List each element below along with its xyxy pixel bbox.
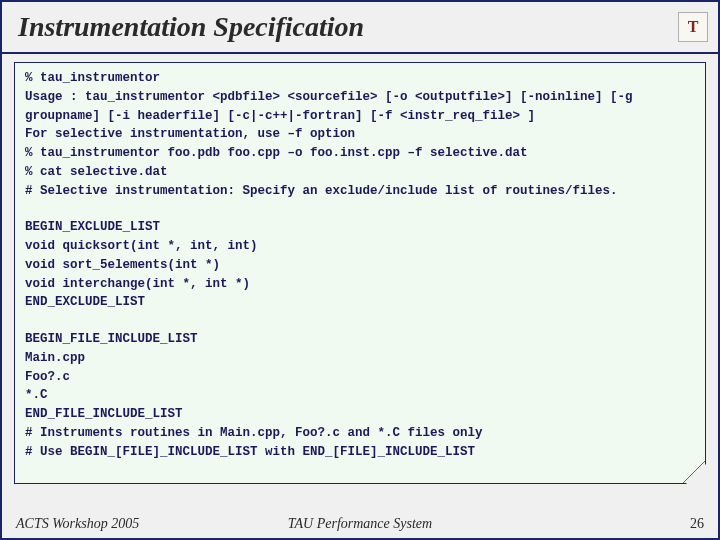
code-line: void quicksort(int *, int, int) xyxy=(25,237,695,256)
footer: ACTS Workshop 2005 TAU Performance Syste… xyxy=(16,516,704,532)
slide-title: Instrumentation Specification xyxy=(18,11,364,43)
page-fold-icon xyxy=(683,461,705,483)
code-line: *.C xyxy=(25,386,695,405)
slide: Instrumentation Specification T % tau_in… xyxy=(0,0,720,540)
code-box: % tau_instrumentorUsage : tau_instrument… xyxy=(14,62,706,484)
footer-page-number: 26 xyxy=(475,516,704,532)
code-line: # Instruments routines in Main.cpp, Foo?… xyxy=(25,424,695,443)
code-line: void interchange(int *, int *) xyxy=(25,275,695,294)
code-content: % tau_instrumentorUsage : tau_instrument… xyxy=(25,69,695,461)
code-line: BEGIN_EXCLUDE_LIST xyxy=(25,218,695,237)
code-line xyxy=(25,312,695,330)
code-line: % tau_instrumentor xyxy=(25,69,695,88)
footer-left: ACTS Workshop 2005 xyxy=(16,516,245,532)
code-line: # Selective instrumentation: Specify an … xyxy=(25,182,695,201)
code-line: For selective instrumentation, use –f op… xyxy=(25,125,695,144)
code-line: % cat selective.dat xyxy=(25,163,695,182)
code-line: Usage : tau_instrumentor <pdbfile> <sour… xyxy=(25,88,695,126)
tau-logo-icon: T xyxy=(678,12,708,42)
code-line: % tau_instrumentor foo.pdb foo.cpp –o fo… xyxy=(25,144,695,163)
code-line: void sort_5elements(int *) xyxy=(25,256,695,275)
code-line: END_FILE_INCLUDE_LIST xyxy=(25,405,695,424)
code-line: Main.cpp xyxy=(25,349,695,368)
title-bar: Instrumentation Specification T xyxy=(2,2,718,54)
code-line: END_EXCLUDE_LIST xyxy=(25,293,695,312)
code-line: BEGIN_FILE_INCLUDE_LIST xyxy=(25,330,695,349)
code-line xyxy=(25,200,695,218)
footer-center: TAU Performance System xyxy=(245,516,474,532)
code-line: # Use BEGIN_[FILE]_INCLUDE_LIST with END… xyxy=(25,443,695,462)
code-line: Foo?.c xyxy=(25,368,695,387)
